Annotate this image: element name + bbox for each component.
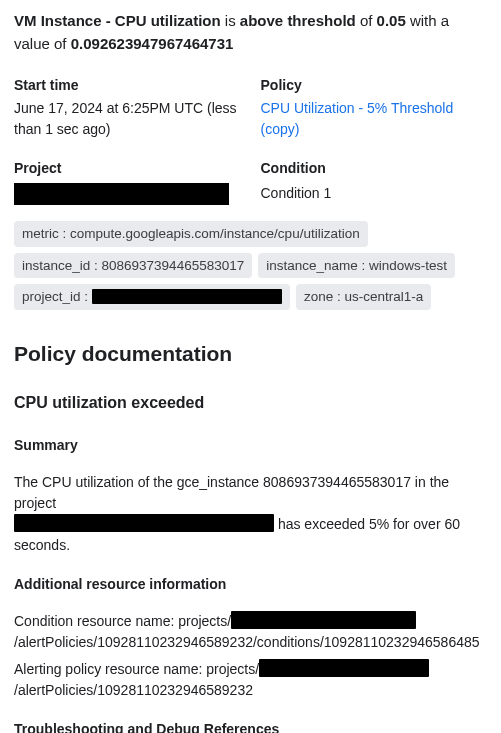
project-label: Project [14, 158, 241, 179]
alert-policy-resource-line: Alerting policy resource name: projects/… [14, 659, 487, 701]
project-value-redacted [14, 183, 229, 205]
summary-text: The CPU utilization of the gce_instance … [14, 472, 487, 556]
policy-label: Policy [261, 75, 488, 96]
chip-instance-id: instance_id : 8086937394465583017 [14, 253, 252, 279]
meta-row: Start time June 17, 2024 at 6:25PM UTC (… [14, 75, 487, 140]
summary-project-redacted [14, 514, 274, 532]
project-block: Project [14, 158, 241, 205]
label-chips: metric : compute.googleapis.com/instance… [14, 221, 487, 310]
policy-doc-title: Policy documentation [14, 338, 487, 370]
doc-subtitle: CPU utilization exceeded [14, 391, 487, 415]
start-time-label: Start time [14, 75, 241, 96]
condition-value: Condition 1 [261, 183, 488, 204]
condition-block: Condition Condition 1 [261, 158, 488, 205]
policy-block: Policy CPU Utilization - 5% Threshold (c… [261, 75, 488, 140]
headline-state: above threshold [240, 12, 356, 29]
headline-subject: VM Instance - CPU utilization [14, 12, 221, 29]
chip-instance-name: instance_name : windows-test [258, 253, 455, 279]
policy-link[interactable]: CPU Utilization - 5% Threshold (copy) [261, 100, 454, 137]
troubleshooting-heading: Troubleshooting and Debug References [14, 719, 487, 733]
chip-metric: metric : compute.googleapis.com/instance… [14, 221, 368, 247]
summary-heading: Summary [14, 435, 487, 456]
headline-threshold: 0.05 [377, 12, 406, 29]
start-time-value: June 17, 2024 at 6:25PM UTC (less than 1… [14, 98, 241, 140]
start-time-block: Start time June 17, 2024 at 6:25PM UTC (… [14, 75, 241, 140]
project-condition-row: Project Condition Condition 1 [14, 158, 487, 205]
headline-value: 0.092623947967464731 [71, 35, 234, 52]
chip-project-id: project_id : [14, 284, 290, 310]
alert-project-redacted [259, 659, 429, 677]
project-id-redacted [92, 289, 282, 304]
additional-resource-heading: Additional resource information [14, 574, 487, 595]
condition-label: Condition [261, 158, 488, 179]
cond-project-redacted [231, 611, 416, 629]
condition-resource-line: Condition resource name: projects//alert… [14, 611, 487, 653]
chip-zone: zone : us-central1-a [296, 284, 431, 310]
alert-headline: VM Instance - CPU utilization is above t… [14, 10, 487, 55]
